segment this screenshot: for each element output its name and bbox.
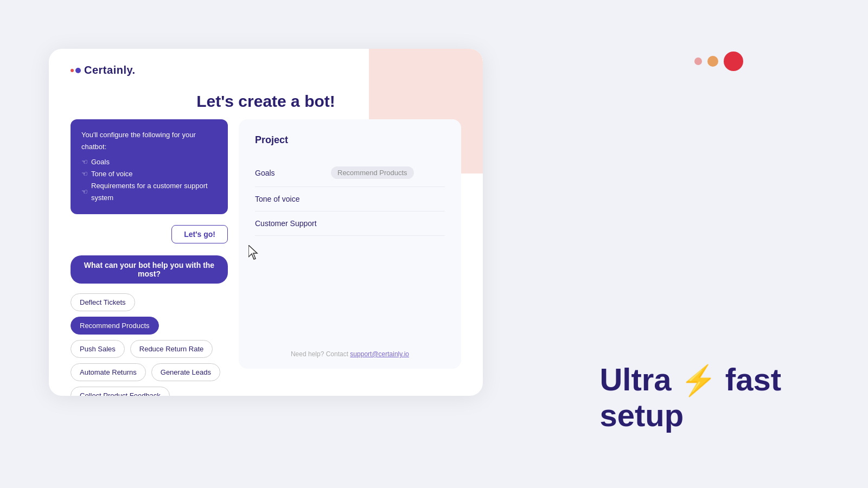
lets-go-button[interactable]: Let's go!	[171, 225, 228, 243]
logo-text: Certainly.	[84, 64, 136, 76]
project-support-label: Customer Support	[255, 219, 331, 228]
goals-emoji: ☜	[81, 156, 88, 168]
goal-push-sales[interactable]: Push Sales	[71, 340, 125, 358]
dot-close	[724, 52, 743, 71]
tagline-line1: Ultra ⚡ fast	[599, 362, 781, 398]
tagline-ultra: Ultra	[599, 362, 680, 397]
goal-reduce-return-rate[interactable]: Reduce Return Rate	[130, 340, 213, 358]
page-title: Let's create a bot!	[49, 92, 483, 111]
logo-dot-large	[75, 68, 81, 73]
info-box: You'll configure the following for your …	[71, 119, 228, 214]
dot-minimize	[694, 57, 702, 65]
logo-dots	[71, 68, 81, 73]
logo-dot-small	[71, 69, 74, 72]
question-prompt: What can your bot help you with the most…	[71, 255, 228, 284]
goals-row-3: Automate Returns Generate Leads	[71, 363, 228, 381]
goals-row-2: Push Sales Reduce Return Rate	[71, 340, 228, 358]
main-card: Certainly. Let's create a bot! You'll co…	[49, 49, 483, 396]
goal-recommend-products[interactable]: Recommend Products	[71, 317, 159, 335]
project-goals-label: Goals	[255, 169, 331, 177]
goal-generate-leads[interactable]: Generate Leads	[151, 363, 220, 381]
project-row-support: Customer Support	[255, 211, 445, 236]
tone-emoji: ☜	[81, 168, 88, 180]
project-row-goals: Goals Recommend Products	[255, 159, 445, 187]
info-box-title: You'll configure the following for your …	[81, 129, 217, 153]
help-text: Need help? Contact support@certainly.io	[239, 350, 461, 358]
goal-automate-returns[interactable]: Automate Returns	[71, 363, 146, 381]
info-box-item-tone: ☜ Tone of voice	[81, 168, 217, 180]
project-row-tone: Tone of voice	[255, 187, 445, 211]
project-goals-value: Recommend Products	[331, 166, 414, 179]
info-box-item-goals: ☜ Goals	[81, 156, 217, 168]
project-title: Project	[255, 134, 445, 146]
goal-collect-product-feedback[interactable]: Collect Product Feedback	[71, 387, 170, 396]
goals-row-1: Deflect Tickets Recommend Products	[71, 293, 228, 335]
goals-label: Goals	[91, 156, 110, 168]
left-panel: You'll configure the following for your …	[71, 119, 228, 396]
right-panel: Project Goals Recommend Products Tone of…	[239, 119, 461, 369]
project-tone-label: Tone of voice	[255, 195, 331, 203]
tagline-fast: fast	[725, 362, 781, 397]
help-prefix: Need help? Contact	[291, 350, 350, 358]
tagline-lightning-icon: ⚡	[680, 364, 717, 396]
info-box-item-requirements: ☜ Requirements for a customer support sy…	[81, 180, 217, 204]
goals-grid: Deflect Tickets Recommend Products Push …	[71, 293, 228, 396]
tone-label: Tone of voice	[91, 168, 133, 180]
requirements-label: Requirements for a customer support syst…	[91, 180, 217, 204]
window-controls	[694, 52, 743, 71]
dot-maximize	[707, 56, 718, 67]
requirements-emoji: ☜	[81, 186, 88, 198]
goals-row-4: Collect Product Feedback	[71, 387, 228, 396]
tagline: Ultra ⚡ fast setup	[599, 362, 781, 434]
goal-deflect-tickets[interactable]: Deflect Tickets	[71, 293, 135, 311]
logo: Certainly.	[71, 64, 136, 76]
tagline-line2: setup	[599, 397, 781, 434]
help-email-link[interactable]: support@certainly.io	[350, 350, 409, 358]
